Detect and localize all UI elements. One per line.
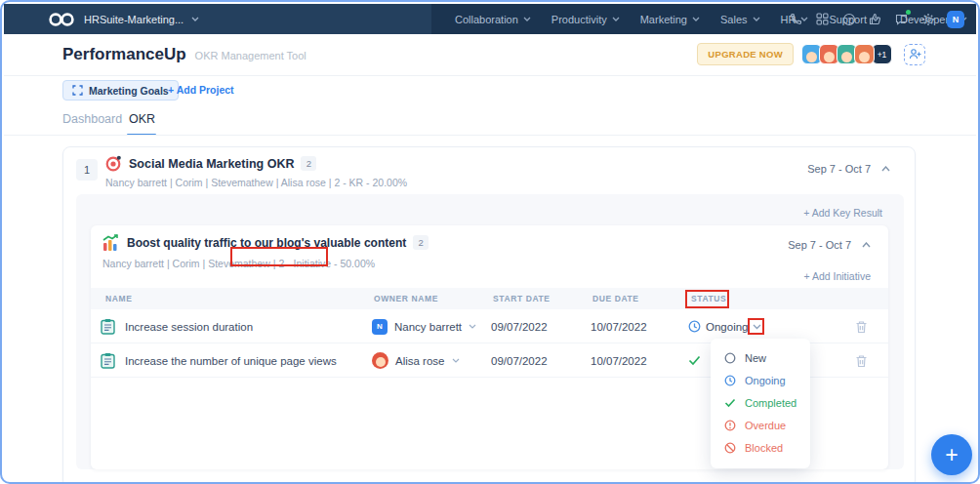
check-icon — [724, 398, 736, 408]
trash-icon — [855, 320, 868, 334]
table-header-row: NAME OWNER NAME START DATE DUE DATE STAT… — [91, 288, 888, 309]
chat-icon[interactable] — [894, 12, 909, 26]
nav-menu-sales[interactable]: Sales — [720, 14, 760, 25]
thumbs-up-icon[interactable] — [868, 12, 882, 26]
column-header-name: NAME — [105, 294, 132, 303]
tab-dashboard[interactable]: Dashboard — [62, 112, 122, 126]
trash-icon — [855, 354, 868, 368]
user-avatar[interactable]: N — [947, 11, 964, 28]
column-header-owner: OWNER NAME — [374, 294, 438, 303]
add-key-result-link[interactable]: + Add Key Result — [803, 207, 882, 219]
chevron-up-icon — [881, 166, 890, 172]
expand-icon — [72, 85, 83, 96]
chevron-down-icon — [523, 17, 531, 21]
app-window: HRSuite-Marketing... Collaboration Produ… — [0, 0, 980, 484]
notification-dot — [906, 10, 911, 15]
help-icon[interactable]: ? — [841, 12, 856, 26]
start-date[interactable]: 09/07/2022 — [491, 309, 548, 343]
status-option-completed[interactable]: Completed — [711, 391, 810, 414]
owner-avatar: N — [372, 319, 388, 335]
add-project-link[interactable]: + Add Project — [168, 84, 234, 96]
chevron-down-icon[interactable] — [753, 324, 761, 330]
okr-index-badge: 1 — [76, 159, 98, 181]
owner-name: Nancy barrett — [394, 321, 462, 333]
owner-name: Alisa rose — [395, 355, 445, 367]
page-title: PerformanceUp — [62, 45, 186, 64]
delete-initiative-button[interactable] — [855, 343, 868, 378]
settings-icon[interactable] — [920, 12, 935, 26]
key-result-date-range[interactable]: Sep 7 - Oct 7 — [788, 239, 871, 251]
extra-members-badge[interactable]: +1 — [872, 44, 892, 64]
target-icon — [105, 155, 122, 172]
okr-title[interactable]: Social Media Marketing OKR — [129, 157, 294, 171]
tabs-divider — [4, 135, 976, 136]
member-avatar[interactable] — [854, 44, 875, 64]
phone-icon[interactable] — [789, 12, 803, 26]
start-date[interactable]: 09/07/2022 — [491, 343, 548, 378]
tab-okr[interactable]: OKR — [129, 112, 155, 126]
upgrade-now-button[interactable]: UPGRADE NOW — [697, 43, 794, 65]
clock-icon — [688, 320, 701, 333]
member-avatars: +1 — [801, 44, 892, 64]
alert-circle-icon — [724, 420, 736, 431]
avatar-face — [859, 52, 870, 62]
delete-initiative-button[interactable] — [855, 309, 868, 343]
initiative-name[interactable]: Increase session duration — [125, 321, 253, 333]
column-header-status: STATUS — [691, 294, 726, 303]
owner-avatar — [372, 352, 388, 369]
owner-select[interactable]: Alisa rose — [372, 343, 460, 378]
chevron-down-icon — [469, 324, 476, 329]
nav-menu-marketing[interactable]: Marketing — [640, 14, 700, 25]
status-option-ongoing[interactable]: Ongoing — [711, 369, 810, 391]
due-date[interactable]: 10/07/2022 — [591, 343, 647, 378]
apps-grid-icon[interactable] — [815, 12, 830, 26]
avatar-face — [841, 52, 852, 62]
circle-icon — [724, 352, 736, 364]
chevron-down-icon — [452, 358, 460, 363]
board-name: Marketing Goals — [89, 85, 169, 97]
chevron-down-icon — [692, 17, 700, 21]
nav-menu-collaboration[interactable]: Collaboration — [455, 14, 531, 25]
due-date[interactable]: 10/07/2022 — [591, 309, 647, 343]
okr-date-range[interactable]: Sep 7 - Oct 7 — [807, 163, 890, 175]
workspace-name: HRSuite-Marketing... — [84, 14, 184, 25]
status-option-new[interactable]: New — [711, 346, 810, 369]
top-navbar: HRSuite-Marketing... Collaboration Produ… — [4, 4, 976, 34]
key-result-metric: 2 - Initiative - 50.00% — [275, 257, 378, 270]
add-fab-button[interactable]: + — [931, 434, 972, 475]
app-header: PerformanceUp OKR Management Tool UPGRAD… — [4, 34, 976, 76]
owner-select[interactable]: N Nancy barrett — [372, 309, 476, 343]
logo-infinity-icon — [47, 12, 76, 27]
blocked-icon — [724, 442, 736, 454]
workspace-switcher[interactable]: HRSuite-Marketing... — [4, 4, 431, 34]
initiative-name[interactable]: Increase the number of unique page views — [125, 355, 337, 367]
add-member-button[interactable] — [904, 44, 925, 65]
add-initiative-link[interactable]: + Add Initiative — [803, 270, 871, 282]
avatar-face — [806, 52, 817, 62]
chevron-down-icon — [612, 17, 620, 21]
clock-icon — [724, 375, 736, 386]
nav-menu-productivity[interactable]: Productivity — [551, 14, 620, 25]
svg-text:?: ? — [846, 15, 850, 23]
add-person-icon — [909, 48, 921, 60]
status-option-overdue[interactable]: Overdue — [711, 414, 810, 436]
okr-owners-summary: Nancy barrett | Corim | Stevemathew | Al… — [105, 177, 407, 188]
clipboard-icon — [101, 352, 115, 369]
chevron-down-icon — [753, 17, 760, 21]
chevron-down-icon — [191, 17, 199, 21]
status-label: Ongoing — [706, 321, 748, 333]
chevron-up-icon — [862, 242, 871, 248]
okr-count-badge: 2 — [301, 156, 316, 171]
board-selector-button[interactable]: Marketing Goals — [62, 80, 179, 101]
column-header-due: DUE DATE — [592, 294, 639, 303]
status-dropdown-menu: New Ongoing Completed Overdue Blocked — [711, 339, 810, 468]
key-result-title[interactable]: Boost quality traffic to our blog's valu… — [127, 236, 406, 250]
avatar-face — [824, 52, 835, 62]
page-subtitle: OKR Management Tool — [195, 50, 306, 61]
nav-utility-icons: ? N — [789, 4, 964, 34]
column-header-start: START DATE — [493, 294, 551, 303]
status-select[interactable] — [688, 343, 701, 378]
check-icon — [688, 355, 701, 366]
clipboard-icon — [101, 318, 115, 335]
status-option-blocked[interactable]: Blocked — [711, 436, 810, 459]
